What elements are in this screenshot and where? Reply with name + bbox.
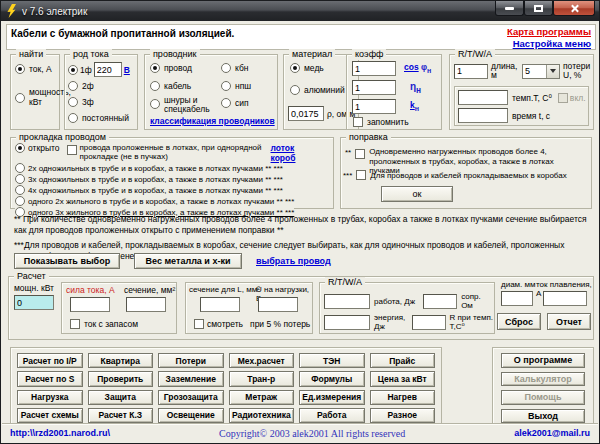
- menu-button[interactable]: Заземление: [158, 371, 224, 386]
- radio-icon[interactable]: [68, 113, 78, 123]
- dc-option[interactable]: постоянный: [68, 113, 129, 123]
- menu-button[interactable]: Мех.расчет: [229, 353, 295, 368]
- length-input[interactable]: [454, 64, 488, 79]
- current-result-input[interactable]: [70, 297, 110, 312]
- radio-icon[interactable]: [150, 63, 160, 73]
- menu-button[interactable]: Квартира: [88, 353, 154, 368]
- titlebar[interactable]: v 7.6 электрик: [1, 1, 599, 21]
- menu-button[interactable]: ТЭН: [299, 353, 365, 368]
- find-option-power[interactable]: мощность, кВт: [15, 87, 57, 107]
- phase3-option[interactable]: 3ф: [68, 97, 94, 107]
- close-button[interactable]: [553, 1, 595, 16]
- checkbox-icon[interactable]: [558, 93, 568, 103]
- conductor-classification-link[interactable]: классификация проводников: [150, 116, 275, 126]
- help-button[interactable]: Помощь: [501, 390, 585, 405]
- correction-checkbox-1[interactable]: [355, 149, 365, 159]
- radio-icon[interactable]: [15, 174, 25, 184]
- radio-icon[interactable]: [150, 81, 160, 91]
- menu-button[interactable]: Формулы: [299, 371, 365, 386]
- menu-button[interactable]: Нагрузка: [17, 390, 83, 405]
- report-button[interactable]: Отчет: [547, 313, 591, 330]
- radio-icon[interactable]: [15, 185, 25, 195]
- remember-checkbox-row[interactable]: запомнить: [353, 117, 409, 127]
- voltage-link[interactable]: В: [124, 65, 130, 75]
- r-temp-input[interactable]: [412, 315, 446, 330]
- menu-button[interactable]: Разное: [370, 408, 436, 423]
- menu-button[interactable]: Радиотехника: [229, 408, 295, 423]
- menu-button[interactable]: Проверить: [88, 371, 154, 386]
- laying-option-one-2core[interactable]: одного 2х жильного в трубе и в коробах, …: [15, 196, 294, 206]
- radio-icon[interactable]: [221, 81, 231, 91]
- material-aluminum-option[interactable]: алюминий: [290, 85, 345, 95]
- k-input[interactable]: [352, 99, 396, 114]
- loss-select[interactable]: 5: [522, 64, 560, 79]
- menu-button[interactable]: Прайс: [370, 353, 436, 368]
- melt-current-input[interactable]: [543, 291, 587, 306]
- site-link[interactable]: http:\\rzd2001.narod.ru\: [10, 428, 110, 438]
- menu-button[interactable]: Расчет по I/P: [17, 353, 83, 368]
- menu-settings-link[interactable]: Настройка меню: [513, 38, 591, 50]
- menu-button[interactable]: Расчет К.З: [88, 408, 154, 423]
- diameter-input[interactable]: [501, 291, 533, 306]
- resistivity-input[interactable]: [288, 106, 324, 121]
- conductor-cord-option[interactable]: шнуры и спецкабель: [150, 96, 212, 114]
- conductor-kbn-option[interactable]: кбн: [221, 63, 248, 73]
- menu-button[interactable]: Работа: [299, 408, 365, 423]
- phase2-option[interactable]: 2ф: [68, 81, 94, 91]
- material-copper-option[interactable]: медь: [290, 63, 324, 73]
- metal-weight-button[interactable]: Вес металла и х-ки: [134, 253, 242, 269]
- radio-icon[interactable]: [15, 163, 25, 173]
- cos-link[interactable]: cos: [404, 62, 419, 72]
- laying-option-2x[interactable]: 2х одножильных в трубе и в коробах, а та…: [15, 163, 283, 173]
- radio-icon[interactable]: [150, 99, 160, 109]
- work-input[interactable]: [324, 294, 370, 309]
- radio-icon[interactable]: [15, 93, 25, 103]
- eta-input[interactable]: [352, 80, 396, 95]
- correction-ok-button[interactable]: ок: [381, 186, 453, 202]
- dropdown-arrow-icon[interactable]: [546, 65, 559, 78]
- calculator-button[interactable]: Калькулятор: [501, 372, 585, 387]
- radio-icon[interactable]: [221, 63, 231, 73]
- energy-input[interactable]: [324, 315, 370, 330]
- conductor-cable-option[interactable]: кабель: [150, 81, 191, 91]
- temp-input[interactable]: [458, 90, 508, 105]
- menu-button[interactable]: Метраж: [229, 390, 295, 405]
- duct-link[interactable]: короб: [271, 153, 296, 163]
- cos-phi-input[interactable]: [352, 61, 396, 76]
- radio-icon[interactable]: [290, 63, 300, 73]
- u-load-input[interactable]: [258, 297, 298, 312]
- maximize-button[interactable]: [524, 1, 553, 16]
- section-l-input[interactable]: [200, 297, 240, 312]
- radio-icon[interactable]: [15, 143, 25, 153]
- voltage-input[interactable]: [94, 62, 122, 77]
- radio-icon[interactable]: [68, 97, 78, 107]
- choose-wire-link[interactable]: выбрать провод: [256, 256, 331, 266]
- menu-button[interactable]: Расчет по S: [17, 371, 83, 386]
- radio-icon[interactable]: [68, 65, 78, 75]
- laying-open-option[interactable]: открыто: [15, 143, 60, 153]
- menu-button[interactable]: Расчет схемы: [17, 408, 83, 423]
- tray-link[interactable]: лоток: [271, 143, 296, 153]
- watch-checkbox[interactable]: [194, 319, 204, 329]
- tray-checkbox[interactable]: [67, 145, 77, 155]
- exit-button[interactable]: Выход: [501, 409, 585, 424]
- minimize-button[interactable]: [495, 1, 524, 16]
- on-checkbox-row[interactable]: вкл.: [558, 93, 586, 103]
- radio-icon[interactable]: [15, 196, 25, 206]
- reserve-checkbox-row[interactable]: ток с запасом: [70, 319, 138, 329]
- menu-button[interactable]: Цена за кВт: [370, 371, 436, 386]
- program-map-link[interactable]: Карта программы: [507, 26, 591, 38]
- menu-button[interactable]: Ед.измерения: [299, 390, 365, 405]
- correction-checkbox-2[interactable]: [356, 170, 366, 180]
- resistance-input[interactable]: [423, 294, 457, 309]
- menu-button[interactable]: Потери: [158, 353, 224, 368]
- radio-icon[interactable]: [221, 98, 231, 108]
- find-option-current[interactable]: ток, А: [15, 64, 52, 74]
- reset-button[interactable]: Сброс: [497, 313, 541, 330]
- menu-button[interactable]: Освещение: [158, 408, 224, 423]
- conductor-npsh-option[interactable]: нпш: [221, 81, 251, 91]
- radio-icon[interactable]: [15, 64, 25, 74]
- menu-button[interactable]: Нагрев: [370, 390, 436, 405]
- about-button[interactable]: О программе: [501, 353, 585, 368]
- phase1-option[interactable]: 1ф В: [68, 62, 130, 77]
